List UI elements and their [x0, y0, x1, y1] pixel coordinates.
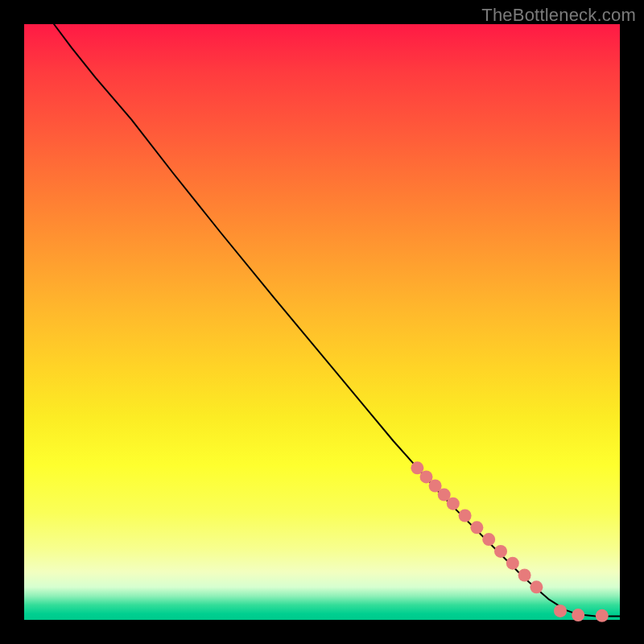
data-point — [596, 609, 609, 622]
data-point — [506, 557, 519, 570]
data-markers — [411, 461, 608, 622]
data-point — [530, 580, 543, 593]
data-point — [470, 521, 483, 534]
data-point — [447, 497, 460, 510]
data-point — [482, 533, 495, 546]
data-point — [459, 510, 472, 522]
attribution-text: TheBottleneck.com — [481, 5, 636, 26]
plot-area — [24, 24, 620, 620]
data-point — [554, 605, 567, 617]
data-point — [572, 609, 584, 621]
data-point — [518, 569, 531, 582]
chart-svg — [24, 24, 620, 620]
chart-frame: TheBottleneck.com — [0, 0, 644, 644]
curve-line — [54, 24, 620, 617]
data-point — [494, 545, 507, 558]
